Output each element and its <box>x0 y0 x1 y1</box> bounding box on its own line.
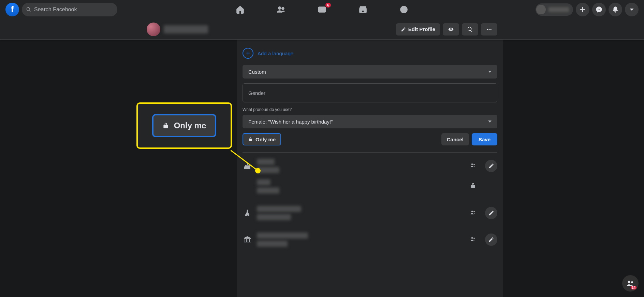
birthday-row <box>243 153 497 179</box>
new-message-fab[interactable]: 14 <box>622 275 639 292</box>
cake-icon <box>243 162 252 170</box>
svg-point-4 <box>402 8 403 9</box>
political-row <box>243 226 497 253</box>
profile-name-redacted <box>164 25 208 33</box>
svg-point-13 <box>471 237 473 239</box>
nav-home[interactable] <box>221 1 259 18</box>
profile-name-redacted <box>548 7 569 12</box>
gender-custom-value: Custom <box>248 69 266 75</box>
bank-icon <box>243 236 252 244</box>
header-profile-chip[interactable] <box>536 3 573 16</box>
edit-profile-label: Edit Profile <box>408 26 435 32</box>
messenger-icon <box>596 6 602 13</box>
edit-birthday-button[interactable] <box>485 160 497 172</box>
plus-circle-icon: + <box>243 48 253 59</box>
audience-only-me-button[interactable]: Only me <box>243 133 281 145</box>
create-button[interactable] <box>576 3 589 16</box>
pencil-icon <box>401 27 406 32</box>
svg-point-9 <box>471 164 473 165</box>
add-language-label: Add a language <box>258 51 293 56</box>
profile-more-button[interactable] <box>481 23 497 36</box>
political-value-redacted <box>257 232 308 247</box>
svg-point-6 <box>487 29 488 30</box>
account-menu-button[interactable] <box>625 3 639 16</box>
search-icon <box>467 26 473 32</box>
friends-audience-icon <box>470 236 476 243</box>
save-button[interactable]: Save <box>472 133 497 145</box>
gender-text-input[interactable]: Gender <box>243 83 497 102</box>
caret-down-icon <box>488 121 492 123</box>
pronoun-label: What pronoun do you use? <box>243 107 497 112</box>
svg-point-7 <box>489 29 490 30</box>
religion-value-redacted <box>257 206 301 220</box>
pronoun-select[interactable]: Female: "Wish her a happy birthday!" <box>243 115 497 128</box>
view-as-button[interactable] <box>443 23 459 36</box>
only-me-audience-icon <box>470 183 476 190</box>
lock-icon <box>162 122 169 129</box>
search-placeholder: Search Facebook <box>34 6 77 13</box>
svg-point-10 <box>473 164 475 165</box>
about-content: + Add a language Custom Gender What pron… <box>141 40 503 297</box>
edit-profile-button[interactable]: Edit Profile <box>396 23 440 36</box>
birthyear-row <box>243 179 497 200</box>
callout-only-me-button: Only me <box>152 114 217 137</box>
gender-placeholder: Gender <box>248 90 265 96</box>
friends-audience-icon <box>470 209 476 217</box>
save-label: Save <box>479 137 491 142</box>
gender-custom-select[interactable]: Custom <box>243 65 497 79</box>
plus-icon <box>579 6 586 13</box>
gender-action-row: Only me Cancel Save <box>243 133 497 153</box>
edit-political-button[interactable] <box>485 234 497 246</box>
profile-search-button[interactable] <box>462 23 478 36</box>
messenger-button[interactable] <box>592 3 606 16</box>
watch-badge: 6 <box>325 3 331 8</box>
nav-watch[interactable]: 6 <box>303 1 341 18</box>
birthyear-value-redacted <box>257 179 279 194</box>
pray-icon <box>243 209 252 217</box>
callout-only-me-label: Only me <box>174 121 206 130</box>
nav-marketplace[interactable] <box>344 1 382 18</box>
dots-icon <box>486 26 492 32</box>
eye-icon <box>448 26 454 32</box>
nav-groups[interactable] <box>385 1 423 18</box>
add-language-link[interactable]: + Add a language <box>243 48 497 59</box>
friends-icon <box>277 5 286 14</box>
fab-badge: 14 <box>631 286 636 289</box>
top-header: f Search Facebook 6 <box>0 0 644 19</box>
about-sidebar <box>141 40 237 297</box>
religion-row <box>243 200 497 226</box>
pencil-icon <box>488 237 494 243</box>
avatar <box>536 5 546 14</box>
search-input[interactable]: Search Facebook <box>22 3 117 16</box>
svg-point-14 <box>473 238 475 239</box>
facebook-logo[interactable]: f <box>5 3 19 16</box>
svg-point-11 <box>471 211 473 212</box>
svg-point-17 <box>628 281 630 283</box>
pencil-icon <box>488 163 494 169</box>
svg-point-5 <box>405 8 406 9</box>
cancel-label: Cancel <box>447 137 464 142</box>
pencil-icon <box>488 210 494 216</box>
annotation-callout: Only me <box>136 102 232 149</box>
groups-icon <box>399 5 408 14</box>
profile-sub-bar: Edit Profile <box>0 19 644 40</box>
svg-point-12 <box>473 211 475 212</box>
nav-friends[interactable] <box>262 1 300 18</box>
svg-point-0 <box>278 6 281 9</box>
svg-point-8 <box>491 29 492 30</box>
birthday-value-redacted <box>257 159 279 173</box>
about-basic-info: + Add a language Custom Gender What pron… <box>237 40 503 297</box>
cancel-button[interactable]: Cancel <box>441 133 469 145</box>
lock-icon <box>248 137 253 142</box>
caret-down-icon <box>488 71 492 73</box>
pronoun-value: Female: "Wish her a happy birthday!" <box>248 119 333 125</box>
svg-point-3 <box>400 6 407 13</box>
only-me-label: Only me <box>255 137 276 142</box>
edit-religion-button[interactable] <box>485 207 497 219</box>
profile-avatar[interactable] <box>147 23 160 36</box>
home-icon <box>236 5 245 14</box>
svg-point-18 <box>631 281 633 283</box>
bell-icon <box>612 6 619 13</box>
watch-icon <box>318 5 326 14</box>
notifications-button[interactable] <box>609 3 622 16</box>
